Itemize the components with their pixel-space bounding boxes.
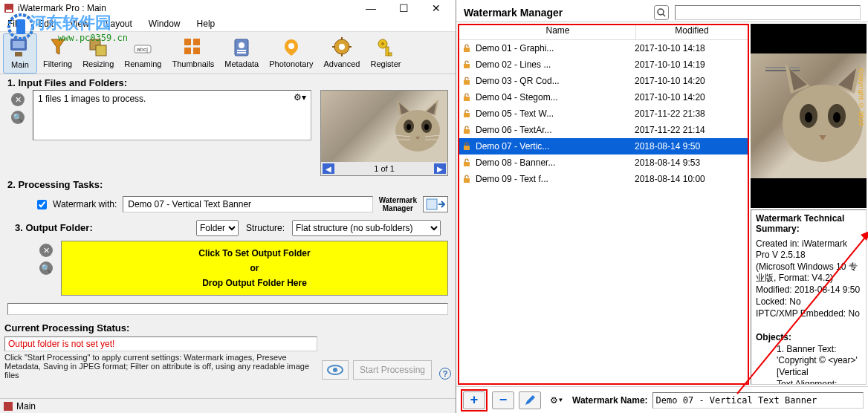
clear-output-button[interactable]: ✕ — [39, 244, 53, 257]
status-heading: Current Processing Status: — [4, 322, 451, 334]
statusbar-icon — [3, 401, 13, 412]
watermark-select[interactable]: Demo 07 - Vertical Text Banner — [123, 196, 372, 212]
menu-window[interactable]: Window — [146, 17, 184, 30]
svg-rect-40 — [427, 199, 437, 209]
start-processing-button[interactable]: Start Processing — [353, 360, 432, 380]
remove-watermark-button[interactable]: − — [492, 391, 514, 409]
maximize-button[interactable]: ☐ — [387, 0, 420, 16]
preview-counter: 1 of 1 — [374, 164, 395, 173]
lock-icon — [461, 126, 473, 134]
watermark-name-input[interactable] — [652, 392, 864, 409]
svg-rect-2 — [16, 19, 25, 34]
svg-rect-6 — [13, 41, 25, 48]
watermark-summary: Watermark Technical Summary: Created in:… — [751, 209, 867, 385]
menu-edit[interactable]: Edit — [35, 17, 56, 30]
svg-point-58 — [805, 112, 812, 123]
zoom-input-button[interactable]: 🔍 — [11, 111, 25, 124]
menu-view[interactable]: View — [67, 17, 92, 30]
tab-thumbnails[interactable]: Thumbnails — [167, 33, 218, 74]
svg-rect-30 — [389, 53, 392, 56]
svg-rect-12 — [184, 39, 191, 45]
list-item[interactable]: Demo 07 - Vertic...2018-08-14 9:50 — [459, 138, 748, 155]
input-files-text: 1 files 1 images to process. — [38, 94, 146, 104]
input-files-box[interactable]: 1 files 1 images to process. ⚙▾ — [33, 90, 311, 140]
list-item[interactable]: Demo 06 - TextAr...2017-11-22 21:14 — [459, 122, 748, 138]
svg-rect-9 — [96, 45, 106, 56]
tab-advanced[interactable]: Advanced — [320, 33, 365, 74]
svg-rect-51 — [464, 129, 470, 134]
preview-prev-button[interactable]: ◀ — [323, 163, 334, 174]
cat-preview-icon — [774, 56, 868, 175]
close-button[interactable]: ✕ — [420, 0, 453, 16]
menu-help[interactable]: Help — [194, 17, 218, 30]
edit-watermark-button[interactable] — [519, 391, 541, 409]
watermark-manager-icon-button[interactable] — [423, 196, 448, 212]
list-item[interactable]: Demo 03 - QR Cod...2017-10-10 14:20 — [459, 73, 748, 89]
lock-icon — [461, 142, 473, 151]
minimize-button[interactable]: — — [354, 0, 387, 16]
preview-next-button[interactable]: ▶ — [434, 163, 446, 174]
preview-output-button[interactable] — [322, 360, 349, 380]
watermark-preview: Copyright © 2019 — [751, 24, 867, 208]
list-item[interactable]: Demo 09 - Text f...2018-08-14 10:00 — [459, 171, 748, 187]
tab-filtering[interactable]: Filtering — [39, 33, 77, 74]
tab-resizing[interactable]: Resizing — [78, 33, 118, 74]
svg-point-20 — [288, 43, 294, 49]
svg-rect-18 — [237, 50, 246, 51]
lock-icon — [461, 44, 473, 53]
lock-icon — [461, 77, 473, 85]
output-type-select[interactable]: Folder — [196, 220, 239, 236]
clear-input-button[interactable]: ✕ — [11, 93, 25, 106]
svg-rect-13 — [193, 39, 200, 45]
search-icon[interactable] — [654, 5, 669, 20]
settings-watermark-button[interactable]: ⚙▼ — [545, 391, 568, 409]
col-modified[interactable]: Modified — [636, 25, 748, 39]
watermark-name-label: Watermark Name: — [572, 395, 648, 406]
watermark-with-checkbox[interactable] — [37, 200, 47, 209]
svg-point-35 — [424, 124, 429, 130]
svg-rect-15 — [193, 48, 200, 54]
add-watermark-button[interactable]: + — [463, 391, 485, 409]
list-item[interactable]: Demo 08 - Banner...2018-08-14 9:53 — [459, 155, 748, 171]
svg-rect-49 — [464, 97, 470, 101]
list-item[interactable]: Demo 01 - Graphi...2017-10-10 14:18 — [459, 40, 748, 56]
menu-layout[interactable]: Layout — [103, 17, 135, 30]
svg-rect-29 — [386, 47, 389, 56]
lock-icon — [461, 60, 473, 69]
help-icon[interactable]: ? — [439, 368, 451, 380]
svg-rect-46 — [464, 48, 470, 52]
tab-register[interactable]: Register — [366, 33, 405, 74]
tab-renaming[interactable]: abc|Renaming — [120, 33, 166, 74]
list-item[interactable]: Demo 05 - Text W...2017-11-22 21:38 — [459, 105, 748, 122]
svg-line-45 — [663, 14, 665, 16]
watermark-with-label: Watermark with: — [53, 199, 117, 209]
watermark-manager-button[interactable]: Watermark Manager — [379, 196, 417, 212]
svg-rect-53 — [464, 162, 470, 166]
tab-photonotary[interactable]: Photonotary — [265, 33, 317, 74]
site-logo-overlay — [6, 12, 36, 42]
svg-point-31 — [395, 110, 440, 152]
svg-rect-19 — [237, 52, 246, 53]
svg-text:abc|: abc| — [137, 46, 148, 53]
statusbar: Main — [0, 398, 456, 413]
wm-manager-title: Watermark Manager — [464, 7, 648, 19]
input-settings-icon[interactable]: ⚙▾ — [294, 92, 306, 103]
svg-point-55 — [783, 85, 863, 162]
list-item[interactable]: Demo 02 - Lines ...2017-10-10 14:19 — [459, 56, 748, 73]
lock-icon — [461, 158, 473, 167]
toolbar: Main Filtering Resizing abc|Renaming Thu… — [0, 31, 456, 74]
list-item[interactable]: Demo 04 - Stegom...2017-10-10 14:20 — [459, 89, 748, 105]
svg-point-44 — [658, 9, 664, 15]
col-name[interactable]: Name — [480, 25, 636, 39]
search-input[interactable] — [675, 5, 861, 20]
svg-rect-47 — [464, 64, 470, 68]
svg-rect-7 — [15, 52, 22, 56]
cat-image-icon — [389, 95, 446, 155]
structure-select[interactable]: Flat structure (no sub-folders) — [292, 220, 441, 236]
output-folder-dropzone[interactable]: Click To Set Output Folder or Drop Outpu… — [61, 241, 448, 296]
zoom-output-button[interactable]: 🔍 — [39, 261, 53, 275]
status-error: Output folder is not set yet! — [4, 336, 317, 351]
tab-metadata[interactable]: Metadata — [220, 33, 263, 74]
lock-icon — [461, 175, 473, 183]
svg-rect-54 — [464, 178, 470, 183]
